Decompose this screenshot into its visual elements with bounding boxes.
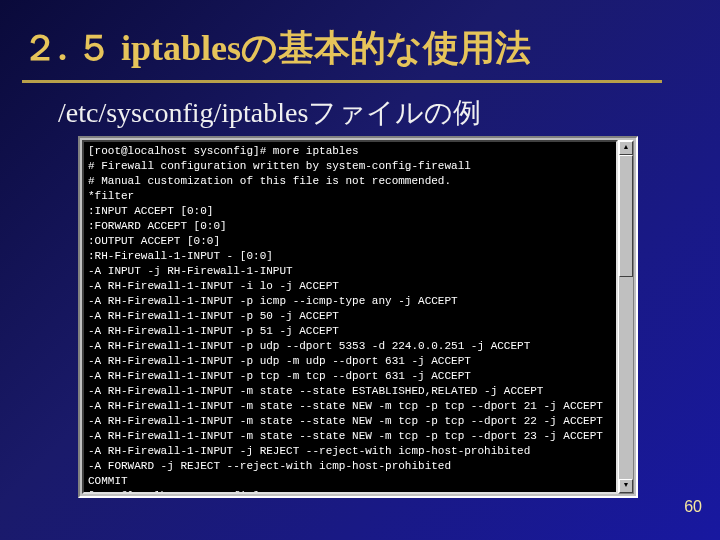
slide-title: ２. ５ iptablesの基本的な使用法 (22, 24, 531, 73)
terminal-line: [root@localhost sysconfig]# (88, 489, 612, 494)
terminal-line: # Firewall configuration written by syst… (88, 159, 612, 174)
terminal-line: :INPUT ACCEPT [0:0] (88, 204, 612, 219)
terminal-line: -A RH-Firewall-1-INPUT -m state --state … (88, 414, 612, 429)
terminal-line: -A RH-Firewall-1-INPUT -p udp --dport 53… (88, 339, 612, 354)
scroll-up-button[interactable]: ▲ (619, 141, 633, 155)
terminal-line: -A FORWARD -j REJECT --reject-with icmp-… (88, 459, 612, 474)
terminal-window: [root@localhost sysconfig]# more iptable… (78, 136, 638, 498)
terminal-line: :OUTPUT ACCEPT [0:0] (88, 234, 612, 249)
terminal-scrollbar[interactable]: ▲ ▼ (618, 140, 634, 494)
terminal-line: -A RH-Firewall-1-INPUT -p 50 -j ACCEPT (88, 309, 612, 324)
slide-subtitle: /etc/sysconfig/iptablesファイルの例 (58, 94, 481, 132)
terminal-line: COMMIT (88, 474, 612, 489)
terminal-content: [root@localhost sysconfig]# more iptable… (82, 140, 618, 494)
terminal-line: :RH-Firewall-1-INPUT - [0:0] (88, 249, 612, 264)
terminal-line: -A RH-Firewall-1-INPUT -p tcp -m tcp --d… (88, 369, 612, 384)
terminal-line: -A RH-Firewall-1-INPUT -p udp -m udp --d… (88, 354, 612, 369)
terminal-line: -A RH-Firewall-1-INPUT -m state --state … (88, 399, 612, 414)
terminal-frame: [root@localhost sysconfig]# more iptable… (78, 136, 638, 498)
terminal-line: -A RH-Firewall-1-INPUT -i lo -j ACCEPT (88, 279, 612, 294)
terminal-line: [root@localhost sysconfig]# more iptable… (88, 144, 612, 159)
terminal-line: -A RH-Firewall-1-INPUT -m state --state … (88, 384, 612, 399)
terminal-line: -A RH-Firewall-1-INPUT -p 51 -j ACCEPT (88, 324, 612, 339)
terminal-line: -A RH-Firewall-1-INPUT -m state --state … (88, 429, 612, 444)
title-underline (22, 80, 662, 83)
terminal-line: *filter (88, 189, 612, 204)
terminal-line: -A RH-Firewall-1-INPUT -j REJECT --rejec… (88, 444, 612, 459)
terminal-line: # Manual customization of this file is n… (88, 174, 612, 189)
scroll-thumb[interactable] (619, 155, 633, 277)
terminal-line: -A INPUT -j RH-Firewall-1-INPUT (88, 264, 612, 279)
slide: ２. ５ iptablesの基本的な使用法 /etc/sysconfig/ipt… (0, 0, 720, 540)
page-number: 60 (684, 498, 702, 516)
scroll-down-button[interactable]: ▼ (619, 479, 633, 493)
terminal-line: -A RH-Firewall-1-INPUT -p icmp --icmp-ty… (88, 294, 612, 309)
terminal-line: :FORWARD ACCEPT [0:0] (88, 219, 612, 234)
